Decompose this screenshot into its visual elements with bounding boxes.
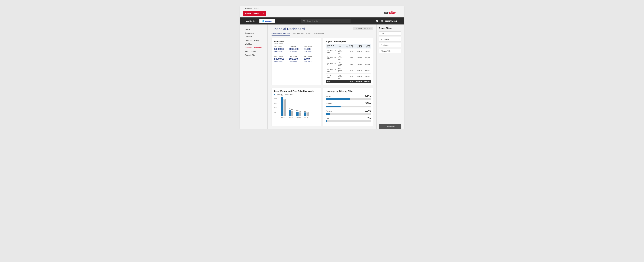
chart-bar: $00K — [304, 113, 306, 116]
page-title: Financial Dashboard — [272, 27, 324, 31]
bar-value-label: $00K — [284, 99, 286, 100]
leverage-percent: 10% — [365, 109, 371, 113]
table-header[interactable]: Title — [338, 44, 345, 48]
tab[interactable]: Fees and Costs Detailed — [292, 32, 311, 35]
tab[interactable]: WIP Detailed — [314, 32, 324, 35]
timekeepers-table: Timekeeper NameTitleHours Worked ⇅Fees W… — [326, 44, 371, 83]
bar-value-label: $00K — [306, 112, 309, 113]
row-2: Fees Worked and Fees Billed by Month Fee… — [272, 88, 373, 126]
metric-label: Hours Worked — [304, 56, 318, 57]
arrow-down-icon: ↓ — [274, 51, 275, 52]
tracker-bar: Contract Tracker ⌄ oursite® — [240, 9, 404, 17]
filter-dropdown[interactable]: Timekeeper⌄ — [379, 43, 402, 47]
chart-bar: $00K — [299, 113, 301, 116]
table-header[interactable]: Fees Billed — [363, 44, 371, 48]
gear-icon[interactable] — [376, 20, 378, 22]
leverage-bar-fill — [326, 120, 327, 122]
sidenav-item[interactable]: Workflow — [245, 42, 268, 46]
bar-value-label: $00K — [291, 109, 293, 110]
clear-filters-button[interactable]: Clear Filters — [379, 125, 402, 129]
logo-circle-icon — [262, 20, 264, 22]
metric-delta: ↓$000 (0.00%) — [304, 51, 318, 52]
sidenav-item[interactable]: Home — [245, 27, 268, 31]
bar-value-label: $00K — [299, 111, 301, 112]
table-row[interactable]: First Name Last NameTitle Goes Here000.0… — [326, 61, 371, 67]
arrow-down-icon: ↓ — [304, 61, 304, 62]
table-total-row: Total000.0$000,000$000,000 — [326, 80, 371, 83]
filter-dropdown[interactable]: Attorney Title⌄ — [379, 49, 402, 53]
arrow-down-icon: ↓ — [304, 51, 304, 52]
top-bar: ReedSmith logoipsum Joseph Eckard ⌄ — [240, 17, 404, 24]
leverage-row: Other3% — [326, 117, 371, 122]
leverage-label: Associate — [326, 103, 332, 105]
user-menu[interactable]: Joseph Eckard ⌄ — [385, 20, 399, 22]
logo-text: logoipsum — [264, 20, 272, 22]
sidenav-item[interactable]: Site Contents — [245, 50, 268, 53]
leverage-bar-fill — [326, 98, 350, 100]
metric: Fees Worked$000,000↓$000 (0.00%) — [274, 46, 289, 52]
bar-group: $00K$00K — [281, 97, 286, 116]
overview-subtitle: 000000.000000 — [274, 43, 318, 44]
search-icon — [303, 20, 306, 22]
chevron-down-icon: ⌄ — [398, 20, 399, 22]
bar-right: Joseph Eckard ⌄ — [376, 20, 399, 22]
leverage-percent: 33% — [365, 102, 371, 105]
bar-value-label: $00K — [296, 110, 298, 111]
chart-legend: Fees Worked Fees Billed — [274, 94, 318, 95]
ribbon: BROWSE PAGE — [240, 6, 404, 9]
brand-site: site — [389, 11, 395, 15]
sort-icon[interactable]: ⇅ — [352, 46, 353, 48]
leverage-percent: 3% — [367, 117, 371, 120]
bar-group: $00K$00K — [304, 113, 309, 116]
tabs: Overall Matter SummaryFees and Costs Det… — [272, 32, 324, 36]
bar-value-label: $00K — [304, 111, 306, 112]
tab[interactable]: Overall Matter Summary — [272, 32, 290, 35]
sidenav-item[interactable]: Contacts — [245, 35, 268, 39]
leverage-bar-track — [326, 106, 371, 108]
search-input[interactable] — [307, 20, 349, 22]
chart-bar: $00K — [291, 111, 293, 116]
help-icon[interactable] — [380, 20, 383, 22]
metrics-row-1: Fees Worked$000,000↓$000 (0.00%)Fees Bil… — [274, 46, 318, 53]
timekeepers-title: Top 5 Timekeepers — [326, 40, 371, 43]
reed-smith-logo: ReedSmith — [245, 20, 255, 22]
main-content: Financial Dashboard Overall Matter Summa… — [268, 24, 376, 129]
table-row[interactable]: First Name Last NameTitle Goes Here000.0… — [326, 55, 371, 61]
table-header-row: Timekeeper NameTitleHours Worked ⇅Fees W… — [326, 44, 371, 48]
filter-dropdown[interactable]: Month/Year⌄ — [379, 37, 402, 41]
metric-delta: ↓$000 (0.00%) — [289, 61, 304, 62]
main-header: Financial Dashboard Overall Matter Summa… — [272, 27, 373, 38]
search-box[interactable] — [301, 19, 350, 23]
timekeepers-card: Top 5 Timekeepers Timekeeper NameTitleHo… — [323, 38, 373, 85]
contract-tracker-button[interactable]: Contract Tracker ⌄ — [243, 11, 266, 16]
table-header[interactable]: Timekeeper Name — [326, 44, 338, 48]
ribbon-browse[interactable]: BROWSE — [245, 8, 252, 9]
table-row[interactable]: First Name Last NameTitle Goes Here000.0… — [326, 67, 371, 74]
bar-value-label: $00K — [289, 108, 291, 109]
sidenav-item[interactable]: Financial Dashboard — [245, 46, 262, 50]
row-1: Overview 000000.000000 Fees Worked$000,0… — [272, 38, 373, 85]
leverage-label: Paralegal — [326, 110, 332, 112]
metric-label: Fees Collected — [274, 56, 289, 57]
sidenav-item[interactable]: Recycle Bin — [245, 53, 268, 57]
app-frame: BROWSE PAGE Contract Tracker ⌄ oursite® … — [240, 6, 404, 129]
leverage-bar-track — [326, 120, 371, 122]
ribbon-page[interactable]: PAGE — [254, 8, 259, 9]
leverage-percent: 54% — [365, 95, 371, 98]
metric-label: Fees Unbilled — [304, 46, 318, 47]
filter-label: Attorney Title — [381, 50, 390, 52]
table-row[interactable]: First Name Last NameTitle Goes Here000.0… — [326, 74, 371, 80]
x-tick: July '20 — [304, 117, 308, 118]
sidenav-item[interactable]: Contract Tracking — [245, 39, 268, 42]
metric-label: Fees Worked — [274, 46, 289, 47]
arrow-down-icon: ↓ — [289, 61, 290, 62]
metric-value: $000,000 — [289, 48, 304, 50]
metric-delta: ↓$000 (0.00%) — [289, 51, 304, 52]
table-header[interactable]: Fees Worked — [354, 44, 362, 48]
filter-dropdown[interactable]: Date⌄ — [379, 31, 402, 36]
metrics-row-2: Fees Collected$000,000↓$000 (0.00%)Costs… — [274, 56, 318, 63]
table-header[interactable]: Hours Worked ⇅ — [345, 44, 354, 48]
sidenav-item[interactable]: Documents — [245, 31, 268, 35]
y-tick: $20K — [274, 98, 277, 99]
table-row[interactable]: First Name Last NameTitle Goes Here000.0… — [326, 48, 371, 55]
